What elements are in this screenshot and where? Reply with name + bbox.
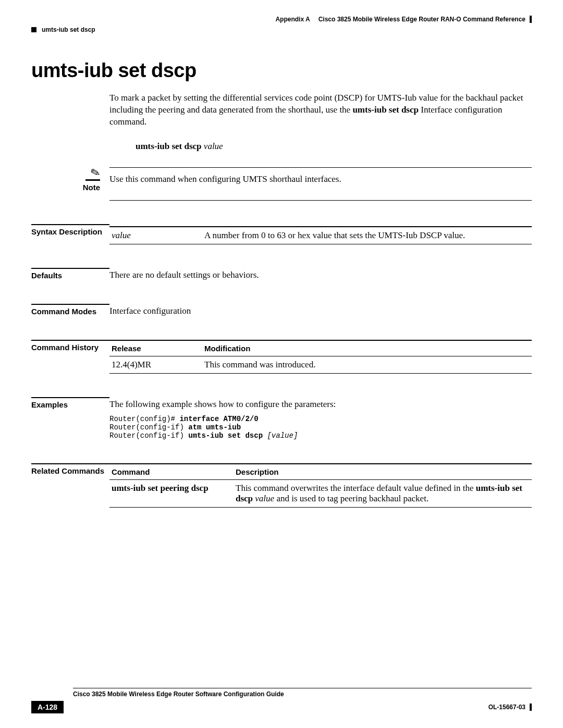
note-block: ✎ Note Use this command when configuring… [31,167,532,201]
section-related-commands: Related Commands Command Description umt… [31,463,532,508]
page-number: A-128 [31,701,64,713]
syntax-usage: umts-iub set dscp value [136,141,532,152]
col-release: Release [109,340,202,356]
label-related-commands: Related Commands [31,466,104,475]
body-defaults: There are no default settings or behavio… [109,268,532,280]
label-defaults: Defaults [31,268,109,280]
intro-cmd: umts-iub set dscp [352,105,419,115]
table-row: umts-iub set peering dscp This command o… [109,479,532,507]
table-row: value A number from 0 to 63 or hex value… [109,227,532,244]
syntax-arg: value [204,141,223,151]
running-head: umts-iub set dscp [31,26,532,33]
pencil-icon: ✎ [89,166,101,180]
code-cmd: umts-iub set dscp [188,431,267,440]
section-command-modes: Command Modes Interface configuration [31,304,532,316]
syntax-table: value A number from 0 to 63 or hex value… [109,227,532,244]
col-modification: Modification [202,340,532,356]
content-area: To mark a packet by setting the differen… [109,92,532,152]
code-prompt: Router(config-if) [109,431,188,440]
page: Appendix A Cisco 3825 Mobile Wireless Ed… [0,0,563,728]
label-command-modes: Command Modes [31,304,109,316]
rel-desc-italic: value [253,493,274,503]
related-description: This command overwrites the interface de… [234,479,532,507]
running-head-text: umts-iub set dscp [42,26,95,33]
footer-rule [73,688,532,688]
page-title: umts-iub set dscp [31,59,532,82]
examples-intro: The following example shows how to confi… [109,399,336,409]
code-arg: [value] [267,431,298,440]
body-command-history: Release Modification 12.4(4)MR This comm… [109,340,532,374]
label-examples: Examples [31,397,109,409]
syntax-param-desc: A number from 0 to 63 or hex value that … [202,227,532,244]
square-bullet-icon [31,27,36,32]
footer-bar: A-128 OL-15667-03 [31,701,532,713]
body-related-commands: Command Description umts-iub set peering… [109,463,532,508]
history-release: 12.4(4)MR [109,356,202,373]
label-syntax-description: Syntax Description [31,224,109,236]
syntax-param: value [109,227,202,244]
note-icon-column: ✎ Note [31,167,109,192]
related-command: umts-iub set peering dscp [109,479,234,507]
code-block: Router(config)# interface ATM0/2/0 Route… [109,415,532,440]
label-command-history: Command History [31,343,99,352]
page-header: Appendix A Cisco 3825 Mobile Wireless Ed… [31,16,532,23]
history-modification: This command was introduced. [202,356,532,373]
rel-desc-1: This command overwrites the interface de… [236,483,476,493]
table-header-row: Release Modification [109,340,532,356]
syntax-cmd: umts-iub set dscp [136,141,202,151]
intro-paragraph: To mark a packet by setting the differen… [109,92,532,128]
code-cmd: interface ATM0/2/0 [179,415,258,423]
section-command-history: Command History Release Modification 12.… [31,340,532,374]
doc-title: Cisco 3825 Mobile Wireless Edge Router R… [319,16,525,23]
code-prompt: Router(config)# [109,415,179,423]
section-examples: Examples The following example shows how… [31,397,532,440]
section-syntax-description: Syntax Description value A number from 0… [31,224,532,244]
code-prompt: Router(config-if) [109,423,188,431]
note-label: Note [83,183,100,192]
table-header-row: Command Description [109,464,532,480]
footer-guide-title: Cisco 3825 Mobile Wireless Edge Router S… [73,690,532,698]
col-command: Command [109,464,234,480]
note-body: Use this command when configuring UMTS s… [109,167,532,201]
related-table: Command Description umts-iub set peering… [109,463,532,508]
body-examples: The following example shows how to confi… [109,397,532,440]
body-command-modes: Interface configuration [109,304,532,316]
code-cmd: atm umts-iub [188,423,241,431]
table-row: 12.4(4)MR This command was introduced. [109,356,532,373]
body-syntax-description: value A number from 0 to 63 or hex value… [109,224,532,244]
section-defaults: Defaults There are no default settings o… [31,268,532,280]
doc-id: OL-15667-03 [488,704,532,711]
col-description: Description [234,464,532,480]
history-table: Release Modification 12.4(4)MR This comm… [109,340,532,374]
rel-desc-2: and is used to tag peering backhaul pack… [274,493,429,503]
page-footer: Cisco 3825 Mobile Wireless Edge Router S… [31,688,532,713]
appendix-label: Appendix A [275,16,310,23]
